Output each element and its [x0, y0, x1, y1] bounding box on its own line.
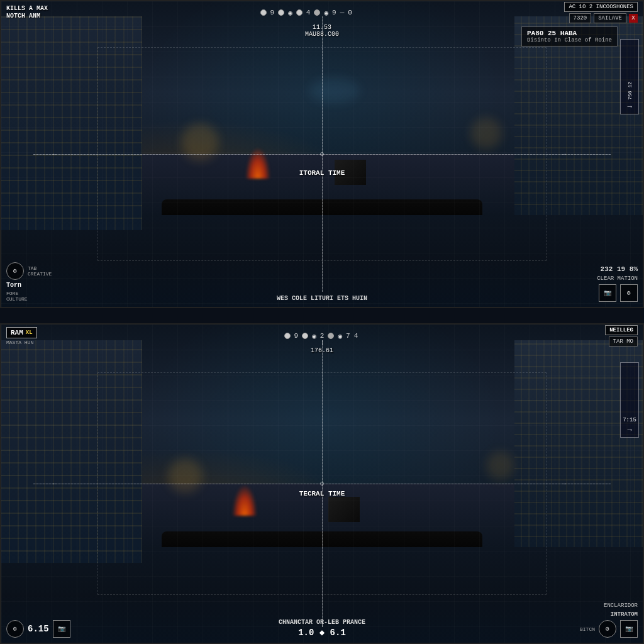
building-left-bottom [1, 340, 142, 563]
streetlight-glow-1 [181, 123, 219, 161]
game-panel-bottom: ← → RAM XL MASTA HUN [0, 323, 644, 644]
fire-effect-bottom [232, 484, 257, 516]
screen-container: ← → KILLS A MAX NOTCH ANM 9 ◉ 4 [0, 0, 644, 644]
building-left-top [1, 16, 142, 230]
fire-effect-top [245, 147, 270, 179]
streetlight-glow-2 [470, 118, 502, 149]
game-panel-top: ← → KILLS A MAX NOTCH ANM 9 ◉ 4 [0, 0, 644, 308]
streetlight-glow-4 [168, 458, 203, 493]
dark-box-top [335, 160, 366, 185]
road-reflection-bottom [1, 595, 643, 643]
building-right-bottom [514, 340, 643, 547]
road-reflection-top [1, 261, 643, 307]
streetlight-glow-3 [309, 78, 360, 103]
dark-box-bottom [328, 497, 360, 522]
panel-divider [0, 308, 644, 323]
vehicle-silhouette-bottom [162, 531, 482, 547]
building-right-top [514, 16, 643, 215]
vehicle-silhouette-top [162, 199, 482, 215]
